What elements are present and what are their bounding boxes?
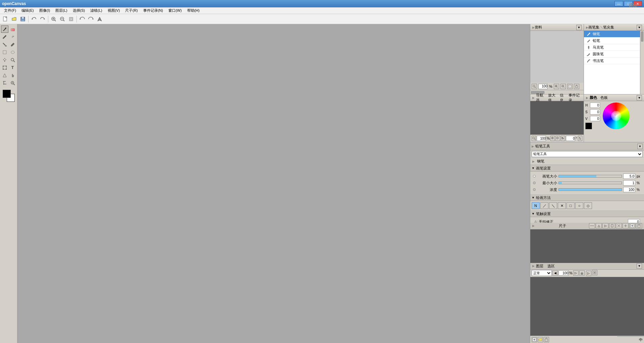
layer-extra-1[interactable]: ▷ <box>586 271 591 276</box>
menu-edit[interactable]: 编辑(E) <box>19 7 37 14</box>
brush-item-pen[interactable]: 钢笔 <box>584 31 640 38</box>
layer-mode-select[interactable]: 正常 <box>532 270 552 276</box>
canvas-area[interactable] <box>17 24 530 343</box>
draw-method-diamond[interactable]: ◇ <box>584 202 592 209</box>
brush-panel-menu[interactable]: ▼ <box>637 25 642 30</box>
brush-tool-menu[interactable]: ▼ <box>637 144 643 149</box>
menu-window[interactable]: 窗口(W) <box>166 7 184 14</box>
ruler-btn-1[interactable] <box>589 223 595 228</box>
menu-image[interactable]: 图像(I) <box>37 7 53 14</box>
brush-list[interactable]: 钢笔 铅笔 马克笔 <box>584 31 640 94</box>
brush-type-select[interactable]: 铅笔工具 <box>532 151 643 157</box>
ruler-btn-5[interactable] <box>616 223 622 228</box>
layer-delete-btn[interactable] <box>544 337 549 342</box>
menu-ruler[interactable]: 尺子(R) <box>122 7 140 14</box>
tab-layer[interactable]: 图层 <box>536 264 543 269</box>
magnifier-btn[interactable] <box>9 79 16 87</box>
material-zoom-input[interactable] <box>538 84 548 89</box>
brush-settings-header[interactable]: ▼ 画笔设置 <box>530 165 644 172</box>
nav-rotate[interactable]: ↻ <box>561 136 565 141</box>
brush-list-scrollbar[interactable] <box>640 31 644 94</box>
draw-method-header[interactable]: ▼ 绘画方法 <box>530 194 644 201</box>
color-wheel-container[interactable] <box>603 102 630 129</box>
menu-select[interactable]: 选择(S) <box>70 7 88 14</box>
layer-opacity-input[interactable] <box>558 270 569 276</box>
density-input[interactable] <box>623 187 635 192</box>
density-slider[interactable] <box>558 188 622 191</box>
redo-button[interactable] <box>39 15 47 23</box>
material-zoom-out[interactable] <box>560 84 566 89</box>
ruler-btn-3[interactable]: ▷ <box>602 223 608 228</box>
color-swatches[interactable] <box>3 90 15 102</box>
nav-angle-input[interactable] <box>566 136 575 141</box>
stabilizer-input[interactable] <box>628 219 640 223</box>
draw-method-normal[interactable]: N <box>532 202 540 209</box>
ruler-btn-4[interactable] <box>609 223 615 228</box>
foreground-color-swatch[interactable] <box>3 90 11 98</box>
brush-item-pencil[interactable]: 铅笔 <box>584 38 640 44</box>
brush-tool-btn[interactable] <box>1 33 8 41</box>
extra-btn[interactable] <box>96 15 104 23</box>
rect-select-btn[interactable] <box>1 49 8 56</box>
layer-panel-menu[interactable]: ▼ <box>637 263 642 269</box>
text-btn[interactable]: T <box>9 64 16 71</box>
crop-btn[interactable] <box>1 79 8 87</box>
zoom-in-btn[interactable] <box>50 15 58 23</box>
draw-method-line1[interactable]: ／ <box>540 202 548 209</box>
extra-redo[interactable] <box>87 15 95 23</box>
transform-btn[interactable] <box>1 64 8 71</box>
menu-filter[interactable]: 滤镜(L) <box>88 7 105 14</box>
brush-item-calligraphy[interactable]: 书法笔 <box>584 58 640 64</box>
fill-tool-btn[interactable] <box>1 41 8 48</box>
zoom-btn[interactable] <box>9 56 16 64</box>
eyedropper-btn[interactable] <box>9 41 16 48</box>
min-size-slider[interactable] <box>558 182 622 184</box>
min-size-input[interactable] <box>623 180 635 186</box>
menu-event[interactable]: 事件记录(N) <box>141 7 166 14</box>
s-value-input[interactable] <box>590 109 600 115</box>
draw-method-line2[interactable]: ＼ <box>549 202 557 209</box>
brush-size-slider[interactable] <box>558 175 622 178</box>
current-color-box[interactable] <box>585 123 592 129</box>
layer-lock-btn[interactable] <box>579 270 585 276</box>
move-btn[interactable] <box>1 56 8 64</box>
layer-folder-btn[interactable] <box>538 337 543 342</box>
nav-flip[interactable] <box>578 136 582 141</box>
tab-selection[interactable]: 选区 <box>547 264 555 269</box>
stabilizer-header[interactable]: ▼ 笔触设置 <box>530 210 644 217</box>
new-button[interactable] <box>1 15 9 23</box>
draw-method-rect[interactable]: □ <box>567 202 575 209</box>
nav-zoom-in[interactable] <box>550 136 555 141</box>
ruler-delete-btn[interactable] <box>636 223 642 228</box>
eraser-tool-btn[interactable] <box>9 25 16 33</box>
extra-undo[interactable] <box>78 15 86 23</box>
airbrush-tool-btn[interactable] <box>9 33 16 41</box>
v-value-input[interactable] <box>590 116 600 121</box>
zoom-out-btn[interactable] <box>58 15 66 23</box>
save-button[interactable] <box>19 15 27 23</box>
material-zoom-icon[interactable] <box>532 84 537 89</box>
material-panel-menu[interactable]: ▼ <box>576 25 582 30</box>
brush-item-marker[interactable]: 马克笔 <box>584 44 640 51</box>
layer-list[interactable] <box>530 277 644 336</box>
ruler-add-btn[interactable] <box>629 223 635 228</box>
layer-opacity-right[interactable]: ▷ <box>573 270 579 276</box>
h-value-input[interactable] <box>590 102 600 108</box>
layer-add-btn[interactable] <box>532 337 537 342</box>
brush-size-pressure-indicator[interactable] <box>533 175 536 178</box>
brush-size-input[interactable] <box>623 174 635 179</box>
material-delete[interactable] <box>574 84 579 89</box>
nav-zoom-out[interactable] <box>555 136 560 141</box>
menu-help[interactable]: 帮助(H) <box>184 7 202 14</box>
hand-btn[interactable] <box>9 72 16 79</box>
ruler-btn-6[interactable] <box>623 223 629 228</box>
pen-tool-btn[interactable] <box>1 25 8 33</box>
open-button[interactable] <box>10 15 18 23</box>
nav-zoom-icon[interactable] <box>532 136 536 141</box>
minimize-button[interactable]: — <box>614 1 623 6</box>
material-add[interactable] <box>567 84 573 89</box>
nav-zoom-input[interactable] <box>537 136 546 141</box>
draw-method-circle[interactable]: ○ <box>575 202 583 209</box>
menu-file[interactable]: 文件(F) <box>1 7 19 14</box>
ruler-btn-2[interactable]: △ <box>596 223 602 228</box>
